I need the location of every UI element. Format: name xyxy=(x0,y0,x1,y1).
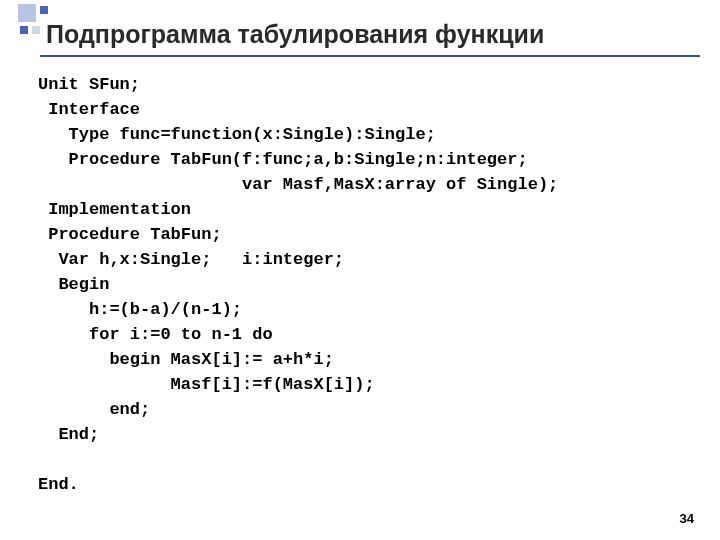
page-number: 34 xyxy=(680,511,694,526)
code-line: Type func=function(x:Single):Single; xyxy=(38,125,436,144)
code-line: End; xyxy=(38,425,99,444)
code-line: Begin xyxy=(38,275,109,294)
code-line: Unit SFun; xyxy=(38,75,140,94)
slide-title: Подпрограмма табулирования функции xyxy=(40,20,700,57)
code-line: Procedure TabFun; xyxy=(38,225,222,244)
code-line: h:=(b-a)/(n-1); xyxy=(38,300,242,319)
code-block: Unit SFun; Interface Type func=function(… xyxy=(38,72,700,497)
code-line: end; xyxy=(38,400,150,419)
code-line: var Masf,MasX:array of Single); xyxy=(38,175,558,194)
code-line: Procedure TabFun(f:func;a,b:Single;n:int… xyxy=(38,150,528,169)
code-line: Masf[i]:=f(MasX[i]); xyxy=(38,375,375,394)
code-line: End. xyxy=(38,475,79,494)
code-line: Interface xyxy=(38,100,140,119)
code-line: Implementation xyxy=(38,200,191,219)
code-line: for i:=0 to n-1 do xyxy=(38,325,273,344)
code-line: begin MasX[i]:= a+h*i; xyxy=(38,350,334,369)
code-line: Var h,x:Single; i:integer; xyxy=(38,250,344,269)
